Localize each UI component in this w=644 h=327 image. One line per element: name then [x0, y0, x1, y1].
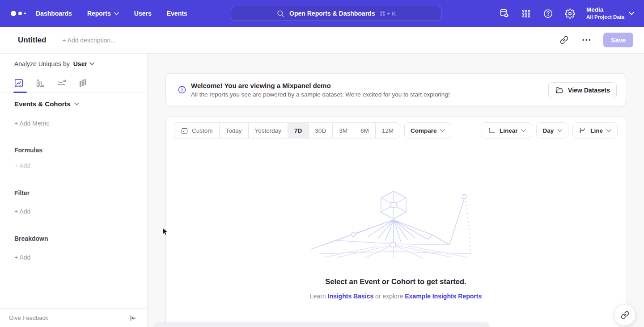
- link-icon: [621, 311, 629, 319]
- date-range-6m[interactable]: 6M: [354, 123, 375, 138]
- project-switcher[interactable]: Media All Project Data: [586, 6, 634, 20]
- chevron-down-icon: [440, 129, 445, 132]
- example-reports-link[interactable]: Example Insights Reports: [405, 293, 482, 300]
- save-button[interactable]: Save: [603, 33, 633, 47]
- banner-subtitle: All the reports you see are powered by a…: [191, 91, 450, 98]
- analyze-entity-value: User: [73, 60, 87, 67]
- date-range-segmented-control: Custom Today Yesterday 7D 30D 3M 6M 12M: [174, 122, 400, 138]
- formulas-section-label: Formulas: [14, 147, 42, 154]
- add-breakdown-button[interactable]: + Add: [14, 254, 30, 261]
- search-placeholder: Open Reports & Dashboards: [289, 10, 375, 17]
- date-range-yesterday[interactable]: Yesterday: [248, 123, 288, 138]
- empty-state-title: Select an Event or Cohort to get started…: [325, 277, 466, 286]
- analyze-entity-dropdown[interactable]: User: [73, 60, 94, 67]
- analyze-row: Analyze Uniques by User: [0, 54, 147, 74]
- chevron-down-icon: [629, 12, 634, 15]
- interval-label: Day: [542, 127, 554, 134]
- results-panel-peek[interactable]: [154, 323, 490, 327]
- info-circle-icon: [178, 85, 186, 94]
- breakdown-section-label: Breakdown: [14, 235, 48, 242]
- chevron-down-icon: [557, 129, 562, 132]
- chevron-down-icon: [606, 129, 611, 132]
- learn-text: Learn: [310, 293, 326, 300]
- chevron-down-icon: [74, 102, 79, 105]
- chevron-down-icon: [114, 12, 119, 15]
- chart-type-label: Line: [590, 127, 603, 134]
- nav-item-label: Users: [134, 10, 152, 17]
- flows-tab-icon: [57, 78, 67, 88]
- scale-dropdown[interactable]: Linear: [482, 122, 533, 138]
- date-range-today[interactable]: Today: [219, 123, 248, 138]
- axes-linear-icon: [488, 126, 496, 134]
- report-header-actions: Save: [559, 33, 633, 47]
- events-cohorts-label: Events & Cohorts: [14, 100, 71, 108]
- project-scope: All Project Data: [586, 14, 624, 20]
- mixpanel-logo-dots-icon[interactable]: [11, 11, 31, 16]
- report-header: Untitled + Add description... Save: [0, 27, 644, 54]
- date-range-label: Custom: [192, 127, 213, 134]
- global-search-input[interactable]: Open Reports & Dashboards ⌘ + K: [231, 6, 441, 21]
- calendar-icon: [181, 127, 188, 134]
- insights-basics-link[interactable]: Insights Basics: [328, 293, 374, 300]
- date-range-7d-selected[interactable]: 7D: [288, 123, 308, 138]
- apps-grid-icon[interactable]: [521, 8, 531, 19]
- date-range-label: 6M: [360, 127, 369, 134]
- filter-section-label: Filter: [14, 189, 30, 197]
- compare-dropdown[interactable]: Compare: [404, 122, 452, 138]
- chart-type-dropdown[interactable]: Line: [572, 122, 618, 138]
- date-range-custom[interactable]: Custom: [174, 123, 219, 138]
- view-datasets-button[interactable]: View Datasets: [548, 82, 617, 98]
- settings-gear-icon[interactable]: [564, 8, 575, 19]
- interval-dropdown[interactable]: Day: [536, 122, 568, 138]
- active-tab-indicator: [13, 92, 27, 93]
- chart-controls-row: Custom Today Yesterday 7D 30D 3M 6M 12M …: [166, 117, 626, 144]
- nav-item-events[interactable]: Events: [167, 10, 187, 17]
- demo-welcome-banner: Welcome! You are viewing a Mixpanel demo…: [165, 73, 626, 106]
- query-builder-sidebar: Analyze Uniques by User: [0, 54, 148, 327]
- top-navigation: Dashboards Reports Users Events Open Rep…: [0, 0, 644, 27]
- nav-item-users[interactable]: Users: [134, 10, 152, 17]
- date-range-30d[interactable]: 30D: [308, 123, 332, 138]
- date-range-label: 7D: [294, 127, 302, 134]
- top-nav-right: Media All Project Data: [499, 0, 634, 27]
- search-shortcut: ⌘ + K: [379, 10, 396, 17]
- primary-nav: Dashboards Reports Users Events: [36, 10, 187, 17]
- tab-flows[interactable]: [56, 78, 67, 88]
- nav-item-dashboards[interactable]: Dashboards: [36, 10, 72, 17]
- search-icon: [276, 9, 285, 18]
- tab-metrics[interactable]: [78, 78, 89, 88]
- main-content: Welcome! You are viewing a Mixpanel demo…: [148, 54, 644, 327]
- help-icon[interactable]: [542, 8, 553, 19]
- date-range-label: 30D: [315, 127, 326, 134]
- add-metric-button[interactable]: + Add Metric: [14, 120, 49, 127]
- add-formula-button[interactable]: + Add: [14, 162, 30, 169]
- project-name: Media: [586, 6, 624, 14]
- chevron-down-icon: [521, 129, 526, 132]
- tab-bar-chart[interactable]: [35, 78, 46, 88]
- line-chart-icon: [579, 126, 587, 134]
- explore-text: or explore: [375, 293, 403, 300]
- date-range-label: 3M: [339, 127, 347, 134]
- give-feedback-link[interactable]: Give Feedback: [9, 314, 48, 321]
- nav-item-label: Events: [167, 10, 187, 17]
- share-link-floating-button[interactable]: [614, 304, 636, 326]
- folder-open-icon: [555, 86, 564, 94]
- add-filter-button[interactable]: + Add: [14, 208, 30, 215]
- collapse-sidebar-icon[interactable]: [129, 314, 136, 322]
- view-datasets-label: View Datasets: [568, 87, 610, 94]
- date-range-12m[interactable]: 12M: [375, 123, 400, 138]
- data-pipeline-icon[interactable]: [499, 8, 509, 19]
- add-description-field[interactable]: + Add description...: [62, 37, 115, 44]
- nav-item-label: Reports: [87, 10, 111, 17]
- nav-item-reports[interactable]: Reports: [87, 10, 119, 17]
- report-title[interactable]: Untitled: [18, 36, 46, 45]
- chevron-down-icon: [89, 62, 94, 65]
- bar-chart-tab-icon: [35, 78, 45, 88]
- more-ellipsis-icon[interactable]: [581, 35, 592, 46]
- tab-line-chart[interactable]: [13, 78, 24, 88]
- copy-link-icon[interactable]: [559, 35, 569, 46]
- nav-item-label: Dashboards: [36, 10, 72, 17]
- events-cohorts-section-toggle[interactable]: Events & Cohorts: [14, 100, 79, 108]
- date-range-3m[interactable]: 3M: [332, 123, 354, 138]
- insights-chart-card: Custom Today Yesterday 7D 30D 3M 6M 12M …: [165, 116, 626, 327]
